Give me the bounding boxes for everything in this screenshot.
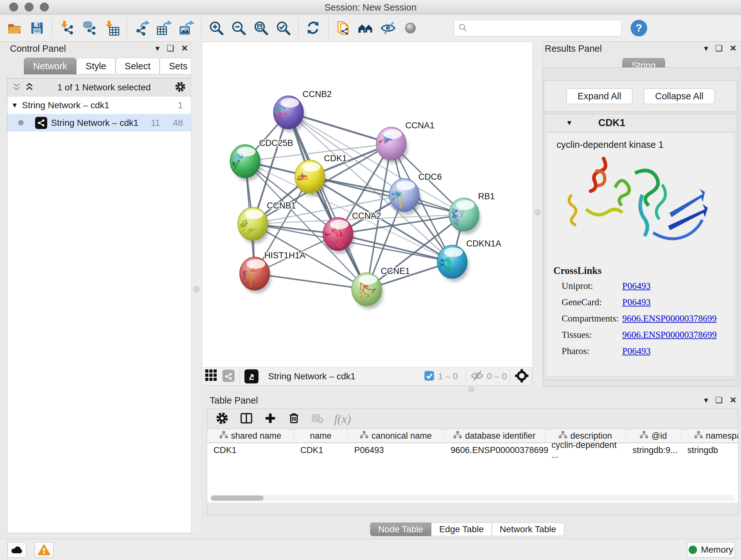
cloud-button[interactable]	[7, 542, 26, 558]
search-input[interactable]	[470, 23, 617, 33]
float-table-icon[interactable]: ❑	[715, 396, 723, 404]
table-hscrollbar[interactable]	[210, 495, 735, 501]
collapse-results-icon[interactable]: ▾	[704, 44, 708, 52]
houses-button[interactable]	[357, 19, 375, 37]
column-header-shared-name[interactable]: shared name	[207, 429, 294, 442]
column-header-namespace[interactable]: namespace	[681, 429, 738, 442]
column-header-database-identifier[interactable]: database identifier	[444, 429, 545, 442]
tab-network[interactable]: Network	[24, 58, 76, 74]
save-session-button[interactable]	[28, 19, 46, 37]
export-network-button[interactable]	[133, 19, 151, 37]
node-HIST1H1A[interactable]: HIST1H1A	[240, 251, 306, 294]
delete-column-icon[interactable]	[287, 411, 301, 427]
edge-HIST1H1A-CCNE1[interactable]	[255, 273, 367, 289]
node-table[interactable]: shared namenamecanonical namedatabase id…	[207, 429, 738, 503]
network-canvas[interactable]: CCNB2CCNA1CDC25BCDK1CDC6RB1CCNB1CCNA2CDK…	[202, 42, 533, 368]
node-CCNB2[interactable]: CCNB2	[271, 89, 332, 132]
crosslink-link[interactable]: 9606.ENSP00000378699	[622, 313, 717, 324]
table-cell[interactable]: stringdb:9...	[626, 443, 681, 457]
import-database-button[interactable]	[80, 19, 98, 37]
entry-expander-icon[interactable]: ▼	[566, 119, 573, 127]
zoom-fit-button[interactable]	[252, 19, 270, 37]
edge-CCNB2-CCNE1[interactable]	[288, 112, 367, 289]
column-header-canonical-name[interactable]: canonical name	[348, 429, 444, 442]
enhanced-labels-button[interactable]	[379, 19, 397, 37]
network-row[interactable]: String Network – cdk1 11 48	[7, 114, 191, 132]
network-status-dot	[18, 120, 23, 125]
bottom-splitter-handle[interactable]	[468, 386, 474, 392]
crosslink-link[interactable]: P06493	[622, 281, 651, 291]
crosslink-link[interactable]: 9606.ENSP00000378699	[622, 329, 717, 340]
tab-edge-table[interactable]: Edge Table	[431, 523, 492, 536]
table-options-gear-icon[interactable]	[215, 411, 229, 427]
birds-eye-toggle[interactable]	[245, 369, 259, 383]
export-image-icon	[179, 20, 194, 36]
column-header--id[interactable]: @id	[626, 429, 681, 442]
close-panel-icon[interactable]: ✕	[181, 44, 188, 52]
zoom-selected-button[interactable]	[274, 19, 292, 37]
edge-count: 48	[173, 118, 183, 128]
table-cell[interactable]: CDK1	[207, 443, 294, 457]
network-share-icon[interactable]	[222, 369, 235, 384]
zoom-out-button[interactable]	[230, 19, 248, 37]
collapse-table-icon[interactable]: ▾	[704, 396, 708, 404]
refresh-button[interactable]	[305, 19, 322, 37]
right-splitter-handle[interactable]	[535, 209, 541, 215]
expand-all-button[interactable]: Expand All	[566, 88, 632, 104]
search-box[interactable]	[454, 20, 622, 37]
hscroll-thumb[interactable]	[211, 496, 264, 501]
render-detail-button[interactable]	[401, 19, 419, 37]
results-panel-controls: ▾ ❑ ✕	[704, 44, 737, 52]
table-cell[interactable]: P06493	[348, 443, 444, 457]
import-network-button[interactable]	[58, 19, 76, 37]
export-image-button[interactable]	[178, 19, 195, 37]
table-cell[interactable]: cyclin-dependent ...	[545, 443, 626, 457]
fit-selected-icon[interactable]	[515, 369, 529, 384]
tab-select[interactable]: Select	[116, 58, 160, 74]
tab-style[interactable]: Style	[76, 58, 115, 74]
node-label-CDK1: CDK1	[324, 153, 347, 163]
collapse-panel-icon[interactable]: ▾	[155, 44, 159, 52]
help-button[interactable]: ?	[630, 20, 647, 37]
close-table-icon[interactable]: ✕	[730, 396, 737, 404]
left-splitter-handle[interactable]	[193, 286, 199, 292]
show-columns-icon[interactable]	[239, 411, 254, 427]
table-panel-body: f(x) shared namenamecanonical namedataba…	[207, 409, 738, 515]
network-options-gear-icon[interactable]	[174, 80, 187, 95]
clone-network-button[interactable]	[334, 19, 352, 37]
close-results-icon[interactable]: ✕	[730, 44, 737, 52]
float-results-icon[interactable]: ❑	[715, 44, 723, 52]
node-CDC6[interactable]: CDC6	[389, 172, 442, 217]
table-cell[interactable]: 9606.ENSP00000378699	[444, 443, 545, 457]
tab-network-table[interactable]: Network Table	[492, 523, 564, 536]
node-CDKN1A[interactable]: CDKN1A	[435, 239, 501, 282]
node-RB1[interactable]: RB1	[448, 192, 495, 234]
selected-checkbox-icon[interactable]	[424, 370, 434, 382]
float-panel-icon[interactable]: ❑	[166, 44, 174, 52]
thumbnail-grid-icon[interactable]	[205, 369, 218, 383]
warning-button[interactable]	[35, 542, 54, 558]
add-column-icon[interactable]	[263, 411, 277, 427]
tree-expander-icon[interactable]: ▼	[11, 101, 18, 110]
crosslink-link[interactable]: P06493	[622, 346, 651, 356]
results-entry-header[interactable]: ▼ CDK1	[544, 114, 737, 132]
export-table-button[interactable]	[155, 19, 173, 37]
network-collection-row[interactable]: ▼ String Network – cdk1 1	[7, 97, 191, 114]
crosslink-link[interactable]: P06493	[622, 297, 651, 307]
zoom-in-button[interactable]	[207, 19, 225, 37]
expand-all-networks-icon[interactable]	[24, 82, 34, 93]
open-file-button[interactable]	[6, 19, 23, 37]
tab-node-table[interactable]: Node Table	[370, 523, 431, 536]
string-network-graph[interactable]: CCNB2CCNA1CDC25BCDK1CDC6RB1CCNB1CCNA2CDK…	[202, 42, 533, 368]
node-CCNA1[interactable]: CCNA1	[374, 121, 434, 164]
node-CCNE1[interactable]: CCNE1	[352, 266, 410, 309]
table-cell[interactable]: CDK1	[294, 443, 348, 457]
network-list-panel: 1 of 1 Network selected ▼ String Network…	[7, 78, 192, 533]
column-header-name[interactable]: name	[294, 429, 348, 442]
memory-button[interactable]: Memory	[687, 542, 735, 558]
collapse-all-networks-icon[interactable]	[12, 82, 21, 93]
collapse-all-button[interactable]: Collapse All	[644, 88, 715, 104]
import-table-button[interactable]	[103, 19, 121, 37]
table-cell[interactable]: stringdb	[681, 443, 738, 457]
table-row[interactable]: CDK1CDK1P064939606.ENSP00000378699cyclin…	[207, 443, 738, 457]
